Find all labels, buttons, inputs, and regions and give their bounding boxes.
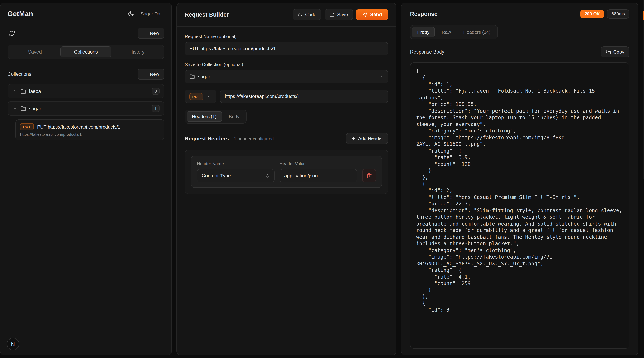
trash-icon (366, 173, 372, 178)
tab-headers[interactable]: Headers (1) (186, 111, 222, 122)
header-row: Header Name Content-Type Header Value (191, 156, 382, 188)
headers-editor-card: Header Name Content-Type Header Value (185, 150, 388, 194)
collections-label: Collections (8, 71, 31, 77)
collections-list: laeba 0 sagar 1 PUT PUT https://fakestor… (8, 84, 164, 140)
app-window: GetMan Sagar Da... New (0, 0, 644, 358)
delete-header-button[interactable] (362, 169, 376, 182)
user-name[interactable]: Sagar Da... (140, 11, 164, 16)
header-name-select[interactable]: Content-Type (197, 169, 274, 182)
request-builder-panel: Request Builder Code Save (176, 2, 396, 356)
collections-new-button[interactable]: New (138, 69, 164, 80)
tab-collections[interactable]: Collections (60, 46, 112, 57)
tab-body[interactable]: Body (223, 111, 245, 122)
user-avatar[interactable]: N (7, 338, 19, 350)
collection-select-label: Save to Collection (optional) (185, 62, 388, 67)
header-value-label: Header Value (280, 161, 357, 166)
saved-request-item[interactable]: PUT PUT https://fakestoreapi.com/product… (16, 119, 164, 140)
collection-select-value: sagar (198, 74, 375, 79)
collection-name: sagar (29, 106, 148, 111)
window-scrollbar[interactable] (642, 0, 644, 179)
chevron-down-icon (12, 106, 17, 111)
sidebar-new-button[interactable]: New (138, 28, 164, 39)
request-item-title: PUT https://fakestoreapi.com/products/1 (37, 124, 120, 129)
url-input[interactable] (220, 90, 388, 103)
tab-pretty[interactable]: Pretty (412, 27, 435, 37)
app-title: GetMan (8, 10, 33, 18)
response-tabs: Pretty Raw Headers (14) (410, 25, 498, 39)
status-badge: 200 OK (580, 10, 604, 18)
collection-count-badge: 0 (152, 88, 160, 95)
response-panel: Response 200 OK 680ms Pretty Raw Headers… (401, 2, 638, 356)
response-body-viewer[interactable]: [ { "id": 1, "title": "Fjallraven - Fold… (410, 62, 629, 349)
plus-icon (351, 136, 356, 141)
folder-icon (190, 74, 195, 79)
response-time-badge: 680ms (607, 9, 629, 19)
request-item-url: https://fakestoreapi.com/products/1 (20, 132, 160, 136)
refresh-button[interactable] (8, 29, 16, 37)
collection-row-sagar[interactable]: sagar 1 (8, 101, 164, 116)
moon-icon (128, 11, 134, 17)
response-body-label: Response Body (410, 49, 444, 54)
send-icon (362, 12, 367, 17)
request-headers-title: Request Headers (185, 135, 229, 141)
response-json-text: [ { "id": 1, "title": "Fjallraven - Fold… (416, 68, 623, 313)
copy-icon (606, 49, 611, 54)
tab-raw[interactable]: Raw (436, 27, 456, 37)
theme-toggle-button[interactable] (126, 9, 136, 18)
tab-history[interactable]: History (112, 46, 162, 57)
sidebar: GetMan Sagar Da... New (0, 2, 172, 356)
add-header-button[interactable]: Add Header (346, 133, 388, 144)
plus-icon (143, 31, 147, 35)
chevron-down-icon (207, 94, 212, 99)
header-name-value: Content-Type (202, 173, 262, 178)
chevron-down-icon (378, 74, 384, 79)
header-value-input[interactable] (280, 169, 357, 182)
send-button[interactable]: Send (356, 9, 388, 20)
scrollbar-thumb[interactable] (643, 11, 644, 20)
save-icon (330, 12, 335, 17)
request-builder-title: Request Builder (185, 11, 229, 18)
method-badge: PUT (190, 93, 203, 100)
request-name-input[interactable] (185, 42, 388, 55)
response-title: Response (410, 11, 438, 17)
collection-select[interactable]: sagar (185, 70, 388, 83)
code-icon (298, 12, 303, 17)
code-button[interactable]: Code (293, 9, 322, 20)
folder-icon (20, 88, 26, 94)
folder-icon (20, 106, 26, 111)
collection-row-laeba[interactable]: laeba 0 (8, 84, 164, 98)
chevrons-up-down-icon (265, 173, 270, 178)
collection-name: laeba (29, 88, 148, 94)
request-section-tabs: Headers (1) Body (185, 109, 247, 123)
headers-count-text: 1 header configured (234, 136, 274, 141)
method-select[interactable]: PUT (185, 90, 216, 103)
chevron-right-icon (12, 89, 17, 94)
save-button[interactable]: Save (325, 9, 353, 20)
header-name-label: Header Name (197, 161, 274, 166)
refresh-icon (9, 30, 15, 36)
plus-icon (143, 72, 147, 76)
tab-response-headers[interactable]: Headers (14) (458, 27, 496, 37)
request-name-label: Request Name (optional) (185, 34, 388, 39)
request-method-badge: PUT (20, 123, 34, 130)
tab-saved[interactable]: Saved (9, 46, 60, 57)
collection-count-badge: 1 (152, 105, 160, 112)
sidebar-tabbar: Saved Collections History (8, 44, 164, 59)
copy-button[interactable]: Copy (601, 46, 629, 57)
